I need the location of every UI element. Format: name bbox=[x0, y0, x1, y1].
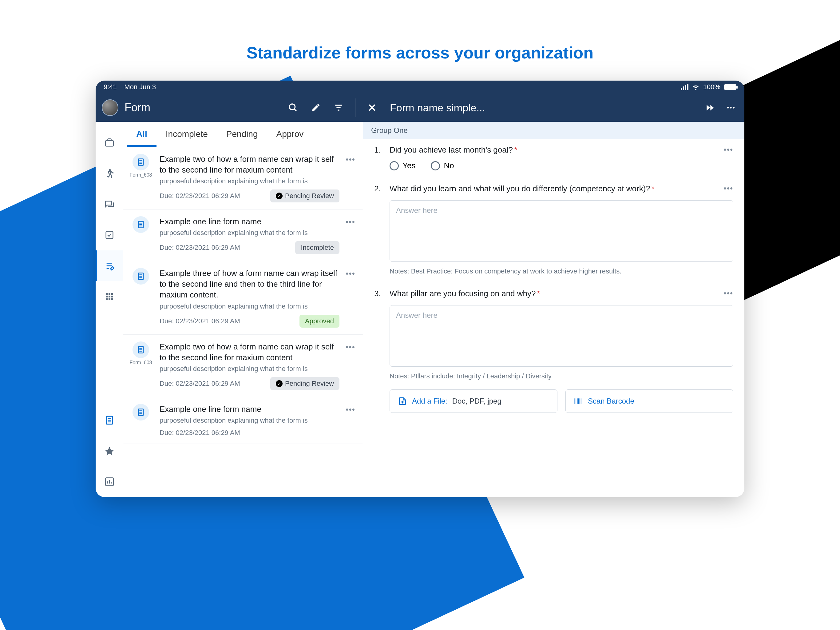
add-file-button[interactable]: Add a File: Doc, PDF, jpeg bbox=[390, 389, 557, 413]
form-list-panel: All Incomplete Pending Approv Form_608Ex… bbox=[123, 122, 363, 497]
device-frame: 9:41 Mon Jun 3 100% Form bbox=[96, 81, 744, 497]
form-description: purposeful description explaining what t… bbox=[159, 416, 339, 424]
tab-all[interactable]: All bbox=[127, 122, 156, 147]
required-indicator: * bbox=[537, 289, 540, 298]
form-item-more-icon[interactable]: ••• bbox=[346, 405, 355, 437]
question-text: What pillar are you focusing on and why?… bbox=[390, 289, 718, 298]
wifi-icon bbox=[692, 83, 699, 91]
question-1: 1. Did you achieve last month's goal?* •… bbox=[374, 145, 733, 171]
filter-tabs: All Incomplete Pending Approv bbox=[123, 122, 363, 147]
form-document-icon bbox=[133, 342, 149, 358]
form-list-item[interactable]: Form_608Example two of how a form name c… bbox=[123, 147, 363, 209]
svg-rect-18 bbox=[111, 293, 113, 295]
form-document-icon bbox=[133, 216, 149, 233]
status-date: Mon Jun 3 bbox=[124, 83, 156, 91]
form-document-icon bbox=[133, 404, 149, 421]
user-avatar[interactable] bbox=[102, 99, 118, 116]
question-text: Did you achieve last month's goal?* bbox=[390, 145, 718, 155]
form-list-item[interactable]: Example one line form namepurposeful des… bbox=[123, 209, 363, 261]
battery-icon bbox=[724, 84, 736, 90]
filter-icon[interactable] bbox=[331, 100, 346, 115]
svg-rect-21 bbox=[111, 296, 113, 298]
form-detail-panel: Group One 1. Did you achieve last month'… bbox=[363, 122, 744, 497]
page-headline: Standardize forms across your organizati… bbox=[0, 43, 840, 62]
svg-rect-16 bbox=[106, 293, 107, 295]
rail-check-square-icon[interactable] bbox=[96, 220, 123, 250]
form-description: purposeful description explaining what t… bbox=[159, 365, 339, 373]
app-title: Form bbox=[125, 101, 150, 114]
rail-grid-icon[interactable] bbox=[96, 281, 123, 312]
rail-star-icon[interactable] bbox=[96, 435, 123, 466]
list-toolbar bbox=[286, 100, 346, 115]
form-description: purposeful description explaining what t… bbox=[159, 177, 339, 185]
radio-option-no[interactable]: No bbox=[431, 161, 454, 171]
form-item-more-icon[interactable]: ••• bbox=[346, 217, 355, 254]
radio-label: No bbox=[444, 161, 454, 171]
rail-chart-icon[interactable] bbox=[96, 466, 123, 497]
question-more-icon[interactable]: ••• bbox=[724, 184, 733, 193]
status-left: 9:41 Mon Jun 3 bbox=[104, 83, 156, 91]
close-icon[interactable] bbox=[365, 100, 379, 115]
required-indicator: * bbox=[514, 145, 517, 154]
radio-option-yes[interactable]: Yes bbox=[390, 161, 415, 171]
rail-walk-icon[interactable] bbox=[96, 158, 123, 189]
form-description: purposeful description explaining what t… bbox=[159, 302, 339, 310]
svg-rect-19 bbox=[106, 296, 107, 298]
question-notes: Notes: Best Practice: Focus on competenc… bbox=[390, 268, 733, 275]
form-list-item[interactable]: Example one line form namepurposeful des… bbox=[123, 397, 363, 444]
form-name: Example two of how a form name can wrap … bbox=[159, 154, 339, 175]
tab-incomplete[interactable]: Incomplete bbox=[156, 122, 217, 147]
question-more-icon[interactable]: ••• bbox=[724, 289, 733, 298]
battery-percent: 100% bbox=[703, 83, 720, 91]
form-list[interactable]: Form_608Example two of how a form name c… bbox=[123, 147, 363, 444]
rail-form-icon[interactable] bbox=[96, 250, 123, 281]
answer-textarea[interactable] bbox=[390, 200, 733, 262]
form-item-more-icon[interactable]: ••• bbox=[346, 343, 355, 390]
svg-rect-22 bbox=[106, 298, 107, 300]
tab-pending[interactable]: Pending bbox=[217, 122, 267, 147]
form-due-date: Due: 02/23/2021 06:29 AM bbox=[159, 192, 240, 200]
radio-icon bbox=[431, 161, 440, 171]
nav-rail bbox=[96, 122, 123, 497]
svg-rect-55 bbox=[577, 398, 578, 404]
answer-textarea[interactable] bbox=[390, 305, 733, 367]
svg-rect-58 bbox=[581, 398, 581, 404]
form-item-more-icon[interactable]: ••• bbox=[346, 269, 355, 327]
form-name: Example two of how a form name can wrap … bbox=[159, 342, 339, 363]
rail-document-icon[interactable] bbox=[96, 405, 123, 435]
question-2: 2. What did you learn and what will you … bbox=[374, 184, 733, 275]
search-icon[interactable] bbox=[286, 100, 300, 115]
more-icon[interactable] bbox=[723, 100, 738, 115]
form-due-date: Due: 02/23/2021 06:29 AM bbox=[159, 317, 240, 325]
scan-barcode-button[interactable]: Scan Barcode bbox=[565, 389, 733, 413]
question-number: 1. bbox=[374, 145, 384, 155]
form-due-date: Due: 02/23/2021 06:29 AM bbox=[159, 244, 240, 252]
rail-chat-icon[interactable] bbox=[96, 189, 123, 220]
radio-label: Yes bbox=[403, 161, 415, 171]
question-notes: Notes: PIllars include: Integrity / Lead… bbox=[390, 372, 733, 380]
svg-point-8 bbox=[730, 107, 731, 108]
svg-rect-23 bbox=[109, 298, 111, 300]
svg-rect-56 bbox=[578, 398, 579, 404]
form-document-icon bbox=[133, 154, 149, 171]
questions-container: 1. Did you achieve last month's goal?* •… bbox=[363, 139, 744, 438]
question-more-icon[interactable]: ••• bbox=[724, 145, 733, 154]
form-list-item[interactable]: Example three of how a form name can wra… bbox=[123, 261, 363, 334]
svg-rect-24 bbox=[111, 298, 113, 300]
status-time: 9:41 bbox=[104, 83, 117, 91]
question-3: 3. What pillar are you focusing on and w… bbox=[374, 289, 733, 413]
rail-briefcase-icon[interactable] bbox=[96, 127, 123, 158]
app-bar-divider bbox=[355, 98, 355, 117]
signal-icon bbox=[681, 84, 688, 90]
form-list-item[interactable]: Form_608Example two of how a form name c… bbox=[123, 335, 363, 397]
svg-rect-59 bbox=[582, 398, 582, 404]
edit-icon[interactable] bbox=[308, 100, 323, 115]
form-item-more-icon[interactable]: ••• bbox=[346, 155, 355, 203]
form-description: purposeful description explaining what t… bbox=[159, 229, 339, 237]
svg-rect-20 bbox=[109, 296, 111, 298]
fast-forward-icon[interactable] bbox=[703, 100, 717, 115]
tab-approved[interactable]: Approv bbox=[267, 122, 313, 147]
form-id: Form_608 bbox=[130, 172, 152, 178]
status-badge-approved: Approved bbox=[300, 315, 339, 328]
status-bar: 9:41 Mon Jun 3 100% bbox=[96, 81, 744, 93]
